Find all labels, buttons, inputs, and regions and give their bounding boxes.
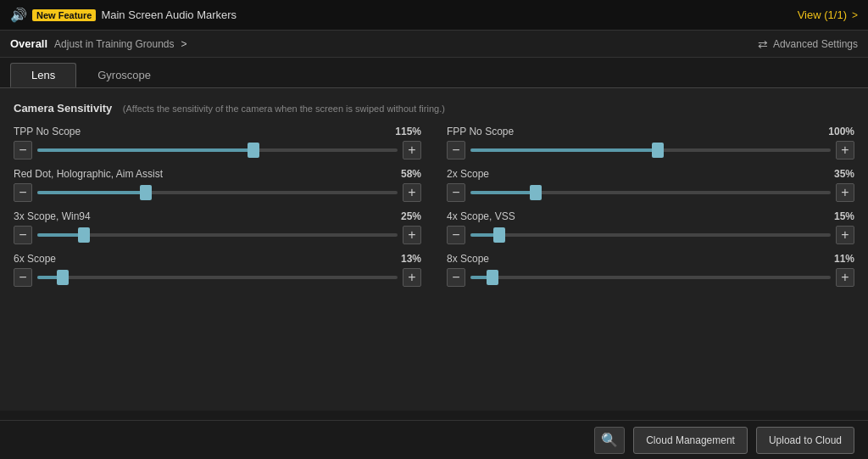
- slider-label-8x-scope: 8x Scope: [447, 253, 489, 265]
- slider-track-4x-scope: [470, 233, 831, 237]
- slider-minus-6x-scope[interactable]: −: [14, 268, 32, 287]
- slider-controls-2x-scope: − +: [447, 183, 854, 202]
- slider-value-fpp-no-scope: 100%: [828, 126, 854, 137]
- slider-header-8x-scope: 8x Scope 11%: [447, 253, 854, 265]
- speaker-icon: 🔊: [10, 7, 27, 23]
- search-icon: 🔍: [601, 432, 618, 448]
- main-content: Camera Sensitivity (Affects the sensitiv…: [0, 88, 868, 411]
- upload-to-cloud-button[interactable]: Upload to Cloud: [756, 427, 854, 454]
- search-button[interactable]: 🔍: [594, 427, 625, 454]
- slider-fill-3x-scope: [37, 233, 84, 237]
- sub-nav: Overall Adjust in Training Grounds > ⇄ A…: [0, 31, 868, 58]
- slider-label-3x-scope: 3x Scope, Win94: [14, 210, 91, 222]
- slider-track-container-2x-scope[interactable]: [470, 183, 831, 202]
- view-chevron: >: [852, 9, 858, 21]
- section-title: Camera Sensitivity: [14, 102, 112, 115]
- slider-header-2x-scope: 2x Scope 35%: [447, 168, 854, 180]
- slider-plus-8x-scope[interactable]: +: [836, 268, 854, 287]
- adjust-chevron: >: [181, 38, 187, 50]
- slider-header-3x-scope: 3x Scope, Win94 25%: [14, 210, 421, 222]
- tab-gyroscope[interactable]: Gyroscope: [76, 63, 172, 87]
- top-bar-left: 🔊 New Feature Main Screen Audio Markers: [10, 7, 798, 23]
- slider-fill-2x-scope: [470, 191, 536, 194]
- slider-row-tpp-no-scope: TPP No Scope 115% − +: [14, 126, 421, 160]
- slider-track-3x-scope: [37, 233, 398, 237]
- slider-track-2x-scope: [470, 191, 831, 194]
- slider-plus-3x-scope[interactable]: +: [403, 226, 421, 244]
- slider-label-tpp-no-scope: TPP No Scope: [14, 126, 81, 137]
- slider-value-red-dot: 58%: [401, 168, 421, 180]
- slider-track-6x-scope: [37, 276, 398, 279]
- slider-track-container-4x-scope[interactable]: [470, 226, 831, 244]
- slider-thumb-red-dot[interactable]: [140, 185, 152, 200]
- slider-value-3x-scope: 25%: [401, 210, 421, 222]
- top-bar-title: Main Screen Audio Markers: [101, 8, 236, 21]
- slider-row-4x-scope: 4x Scope, VSS 15% − +: [447, 210, 854, 244]
- slider-header-6x-scope: 6x Scope 13%: [14, 253, 421, 265]
- section-subtitle: (Affects the sensitivity of the camera w…: [123, 104, 445, 114]
- section-header: Camera Sensitivity (Affects the sensitiv…: [14, 100, 854, 115]
- slider-row-fpp-no-scope: FPP No Scope 100% − +: [447, 126, 854, 160]
- slider-value-6x-scope: 13%: [401, 253, 421, 265]
- top-bar-right: View (1/1) >: [798, 8, 858, 21]
- slider-value-2x-scope: 35%: [834, 168, 854, 180]
- slider-header-fpp-no-scope: FPP No Scope 100%: [447, 126, 854, 137]
- slider-track-container-fpp-no-scope[interactable]: [470, 141, 831, 160]
- slider-controls-fpp-no-scope: − +: [447, 141, 854, 160]
- slider-label-fpp-no-scope: FPP No Scope: [447, 126, 514, 137]
- sliders-grid: TPP No Scope 115% − + FPP No Scope 100%: [14, 126, 854, 287]
- slider-controls-tpp-no-scope: − +: [14, 141, 421, 160]
- slider-label-6x-scope: 6x Scope: [14, 253, 56, 265]
- slider-track-container-red-dot[interactable]: [37, 183, 398, 202]
- slider-plus-tpp-no-scope[interactable]: +: [403, 141, 421, 160]
- slider-minus-fpp-no-scope[interactable]: −: [447, 141, 465, 160]
- slider-minus-4x-scope[interactable]: −: [447, 226, 465, 244]
- slider-controls-3x-scope: − +: [14, 226, 421, 244]
- slider-row-3x-scope: 3x Scope, Win94 25% − +: [14, 210, 421, 244]
- slider-minus-8x-scope[interactable]: −: [447, 268, 465, 287]
- slider-label-4x-scope: 4x Scope, VSS: [447, 210, 515, 222]
- slider-plus-6x-scope[interactable]: +: [403, 268, 421, 287]
- slider-fill-fpp-no-scope: [470, 148, 658, 152]
- slider-thumb-8x-scope[interactable]: [487, 270, 498, 285]
- tabs-container: Lens Gyroscope: [0, 58, 868, 88]
- sub-nav-right: ⇄ Advanced Settings: [758, 37, 858, 51]
- slider-header-red-dot: Red Dot, Holographic, Aim Assist 58%: [14, 168, 421, 180]
- slider-thumb-6x-scope[interactable]: [57, 270, 69, 285]
- slider-plus-fpp-no-scope[interactable]: +: [836, 141, 854, 160]
- slider-minus-red-dot[interactable]: −: [14, 183, 32, 202]
- slider-header-4x-scope: 4x Scope, VSS 15%: [447, 210, 854, 222]
- slider-minus-3x-scope[interactable]: −: [14, 226, 32, 244]
- slider-row-red-dot: Red Dot, Holographic, Aim Assist 58% − +: [14, 168, 421, 202]
- slider-minus-tpp-no-scope[interactable]: −: [14, 141, 32, 160]
- slider-plus-2x-scope[interactable]: +: [836, 183, 854, 202]
- slider-label-2x-scope: 2x Scope: [447, 168, 489, 180]
- slider-thumb-tpp-no-scope[interactable]: [248, 143, 259, 158]
- view-label: View (1/1): [798, 8, 847, 21]
- slider-plus-4x-scope[interactable]: +: [836, 226, 854, 244]
- slider-track-fpp-no-scope: [470, 148, 831, 152]
- adjust-label[interactable]: Adjust in Training Grounds: [54, 38, 174, 50]
- slider-thumb-3x-scope[interactable]: [78, 227, 90, 243]
- slider-row-2x-scope: 2x Scope 35% − +: [447, 168, 854, 202]
- overall-label: Overall: [10, 37, 47, 50]
- slider-row-8x-scope: 8x Scope 11% − +: [447, 253, 854, 287]
- cloud-management-button[interactable]: Cloud Management: [633, 427, 748, 454]
- slider-thumb-2x-scope[interactable]: [530, 185, 542, 200]
- advanced-settings-label[interactable]: Advanced Settings: [773, 38, 858, 50]
- slider-thumb-4x-scope[interactable]: [493, 227, 505, 243]
- slider-controls-8x-scope: − +: [447, 268, 854, 287]
- slider-thumb-fpp-no-scope[interactable]: [652, 143, 664, 158]
- slider-controls-4x-scope: − +: [447, 226, 854, 244]
- slider-row-6x-scope: 6x Scope 13% − +: [14, 253, 421, 287]
- slider-value-tpp-no-scope: 115%: [395, 126, 421, 137]
- tab-lens[interactable]: Lens: [10, 63, 76, 87]
- slider-plus-red-dot[interactable]: +: [403, 183, 421, 202]
- slider-track-container-8x-scope[interactable]: [470, 268, 831, 287]
- bottom-bar: 🔍 Cloud Management Upload to Cloud: [0, 420, 868, 459]
- slider-track-container-tpp-no-scope[interactable]: [37, 141, 398, 160]
- slider-track-container-6x-scope[interactable]: [37, 268, 398, 287]
- slider-track-8x-scope: [470, 276, 831, 279]
- slider-minus-2x-scope[interactable]: −: [447, 183, 465, 202]
- slider-track-container-3x-scope[interactable]: [37, 226, 398, 244]
